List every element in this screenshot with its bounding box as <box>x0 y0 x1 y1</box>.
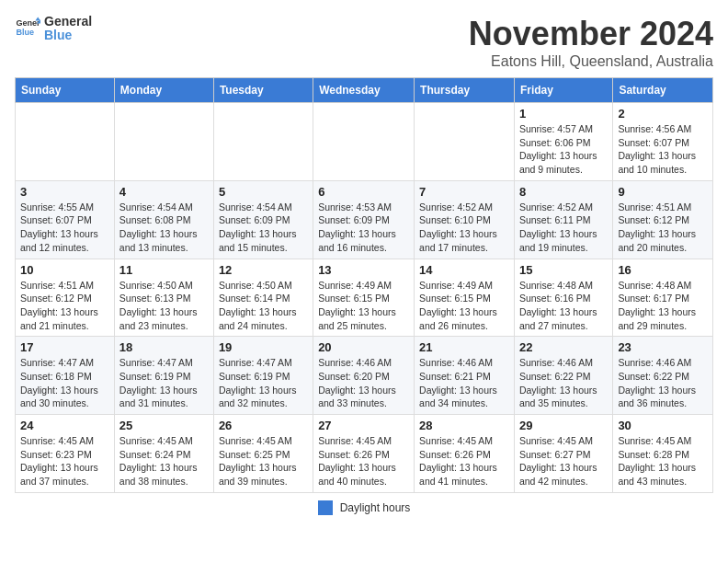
day-number: 10 <box>20 263 109 277</box>
day-info: Sunrise: 4:46 AM Sunset: 6:22 PM Dayligh… <box>519 356 608 410</box>
day-info: Sunrise: 4:52 AM Sunset: 6:11 PM Dayligh… <box>519 201 608 255</box>
day-number: 2 <box>618 107 708 121</box>
col-header-tuesday: Tuesday <box>213 78 313 103</box>
calendar-cell: 14Sunrise: 4:49 AM Sunset: 6:15 PM Dayli… <box>415 259 515 337</box>
day-info: Sunrise: 4:46 AM Sunset: 6:21 PM Dayligh… <box>419 356 509 410</box>
day-info: Sunrise: 4:51 AM Sunset: 6:12 PM Dayligh… <box>20 279 109 333</box>
calendar-cell: 21Sunrise: 4:46 AM Sunset: 6:21 PM Dayli… <box>415 337 515 415</box>
calendar-cell: 28Sunrise: 4:45 AM Sunset: 6:26 PM Dayli… <box>415 415 515 493</box>
day-info: Sunrise: 4:50 AM Sunset: 6:14 PM Dayligh… <box>219 279 308 333</box>
day-number: 20 <box>318 340 409 354</box>
day-number: 6 <box>318 185 409 199</box>
calendar-table: SundayMondayTuesdayWednesdayThursdayFrid… <box>15 77 713 493</box>
calendar-week-row: 1Sunrise: 4:57 AM Sunset: 6:06 PM Daylig… <box>16 103 713 181</box>
calendar-cell: 6Sunrise: 4:53 AM Sunset: 6:09 PM Daylig… <box>313 180 415 259</box>
day-number: 25 <box>119 419 209 432</box>
calendar-cell: 27Sunrise: 4:45 AM Sunset: 6:26 PM Dayli… <box>313 415 415 493</box>
calendar-cell <box>114 103 213 181</box>
day-info: Sunrise: 4:52 AM Sunset: 6:10 PM Dayligh… <box>419 201 509 255</box>
day-info: Sunrise: 4:49 AM Sunset: 6:15 PM Dayligh… <box>318 279 409 333</box>
day-info: Sunrise: 4:57 AM Sunset: 6:06 PM Dayligh… <box>519 122 608 177</box>
month-title: November 2024 <box>469 15 713 53</box>
day-number: 12 <box>219 263 308 277</box>
calendar-cell: 5Sunrise: 4:54 AM Sunset: 6:09 PM Daylig… <box>213 180 313 259</box>
day-number: 11 <box>119 263 209 277</box>
day-number: 13 <box>318 263 409 277</box>
day-info: Sunrise: 4:45 AM Sunset: 6:26 PM Dayligh… <box>419 434 509 488</box>
day-number: 7 <box>419 185 509 199</box>
legend-color-box <box>318 500 333 515</box>
calendar-cell: 11Sunrise: 4:50 AM Sunset: 6:13 PM Dayli… <box>114 259 213 337</box>
day-number: 30 <box>618 419 708 432</box>
day-info: Sunrise: 4:50 AM Sunset: 6:13 PM Dayligh… <box>119 279 209 333</box>
day-info: Sunrise: 4:47 AM Sunset: 6:18 PM Dayligh… <box>20 356 109 410</box>
day-number: 17 <box>20 340 109 354</box>
calendar-week-row: 24Sunrise: 4:45 AM Sunset: 6:23 PM Dayli… <box>16 415 713 493</box>
day-info: Sunrise: 4:47 AM Sunset: 6:19 PM Dayligh… <box>219 356 308 410</box>
calendar-cell <box>415 103 515 181</box>
day-number: 15 <box>519 263 608 277</box>
calendar-cell: 22Sunrise: 4:46 AM Sunset: 6:22 PM Dayli… <box>514 337 612 415</box>
calendar-cell <box>213 103 313 181</box>
calendar-cell: 13Sunrise: 4:49 AM Sunset: 6:15 PM Dayli… <box>313 259 415 337</box>
calendar-cell: 25Sunrise: 4:45 AM Sunset: 6:24 PM Dayli… <box>114 415 213 493</box>
day-number: 16 <box>618 263 708 277</box>
calendar-cell: 26Sunrise: 4:45 AM Sunset: 6:25 PM Dayli… <box>213 415 313 493</box>
day-number: 24 <box>20 419 109 432</box>
calendar-cell <box>313 103 415 181</box>
day-number: 26 <box>219 419 308 432</box>
day-info: Sunrise: 4:48 AM Sunset: 6:17 PM Dayligh… <box>618 279 708 333</box>
logo: General Blue General Blue <box>15 15 92 43</box>
day-number: 29 <box>519 419 608 432</box>
day-info: Sunrise: 4:48 AM Sunset: 6:16 PM Dayligh… <box>519 279 608 333</box>
day-number: 28 <box>419 419 509 432</box>
col-header-sunday: Sunday <box>16 78 115 103</box>
day-info: Sunrise: 4:54 AM Sunset: 6:08 PM Dayligh… <box>119 201 209 255</box>
calendar-cell: 16Sunrise: 4:48 AM Sunset: 6:17 PM Dayli… <box>613 259 713 337</box>
calendar-cell: 2Sunrise: 4:56 AM Sunset: 6:07 PM Daylig… <box>613 103 713 181</box>
col-header-monday: Monday <box>114 78 213 103</box>
col-header-thursday: Thursday <box>415 78 515 103</box>
calendar-cell: 8Sunrise: 4:52 AM Sunset: 6:11 PM Daylig… <box>514 180 612 259</box>
day-number: 14 <box>419 263 509 277</box>
day-number: 9 <box>618 185 708 199</box>
day-info: Sunrise: 4:45 AM Sunset: 6:28 PM Dayligh… <box>618 434 708 488</box>
calendar-cell <box>16 103 115 181</box>
day-number: 19 <box>219 340 308 354</box>
day-number: 8 <box>519 185 608 199</box>
logo-icon: General Blue <box>15 16 40 41</box>
day-number: 5 <box>219 185 308 199</box>
calendar-week-row: 3Sunrise: 4:55 AM Sunset: 6:07 PM Daylig… <box>16 180 713 259</box>
day-info: Sunrise: 4:46 AM Sunset: 6:20 PM Dayligh… <box>318 356 409 410</box>
calendar-cell: 19Sunrise: 4:47 AM Sunset: 6:19 PM Dayli… <box>213 337 313 415</box>
day-info: Sunrise: 4:49 AM Sunset: 6:15 PM Dayligh… <box>419 279 509 333</box>
day-number: 21 <box>419 340 509 354</box>
day-info: Sunrise: 4:45 AM Sunset: 6:26 PM Dayligh… <box>318 434 409 488</box>
calendar-cell: 7Sunrise: 4:52 AM Sunset: 6:10 PM Daylig… <box>415 180 515 259</box>
calendar-week-row: 17Sunrise: 4:47 AM Sunset: 6:18 PM Dayli… <box>16 337 713 415</box>
svg-text:Blue: Blue <box>16 28 34 37</box>
day-info: Sunrise: 4:45 AM Sunset: 6:23 PM Dayligh… <box>20 434 109 488</box>
location-title: Eatons Hill, Queensland, Australia <box>469 53 713 70</box>
col-header-saturday: Saturday <box>613 78 713 103</box>
title-block: November 2024 Eatons Hill, Queensland, A… <box>469 15 713 70</box>
day-number: 23 <box>618 340 708 354</box>
col-header-wednesday: Wednesday <box>313 78 415 103</box>
day-number: 3 <box>20 185 109 199</box>
calendar-cell: 29Sunrise: 4:45 AM Sunset: 6:27 PM Dayli… <box>514 415 612 493</box>
calendar-cell: 3Sunrise: 4:55 AM Sunset: 6:07 PM Daylig… <box>16 180 115 259</box>
calendar-cell: 9Sunrise: 4:51 AM Sunset: 6:12 PM Daylig… <box>613 180 713 259</box>
calendar-cell: 20Sunrise: 4:46 AM Sunset: 6:20 PM Dayli… <box>313 337 415 415</box>
calendar-cell: 12Sunrise: 4:50 AM Sunset: 6:14 PM Dayli… <box>213 259 313 337</box>
calendar-cell: 23Sunrise: 4:46 AM Sunset: 6:22 PM Dayli… <box>613 337 713 415</box>
calendar-cell: 18Sunrise: 4:47 AM Sunset: 6:19 PM Dayli… <box>114 337 213 415</box>
calendar-week-row: 10Sunrise: 4:51 AM Sunset: 6:12 PM Dayli… <box>16 259 713 337</box>
day-info: Sunrise: 4:47 AM Sunset: 6:19 PM Dayligh… <box>119 356 209 410</box>
calendar-header-row: SundayMondayTuesdayWednesdayThursdayFrid… <box>16 78 713 103</box>
logo-blue: Blue <box>44 29 92 42</box>
day-number: 22 <box>519 340 608 354</box>
day-number: 1 <box>519 107 608 121</box>
day-info: Sunrise: 4:53 AM Sunset: 6:09 PM Dayligh… <box>318 201 409 255</box>
footer: Daylight hours <box>15 500 713 515</box>
calendar-cell: 10Sunrise: 4:51 AM Sunset: 6:12 PM Dayli… <box>16 259 115 337</box>
